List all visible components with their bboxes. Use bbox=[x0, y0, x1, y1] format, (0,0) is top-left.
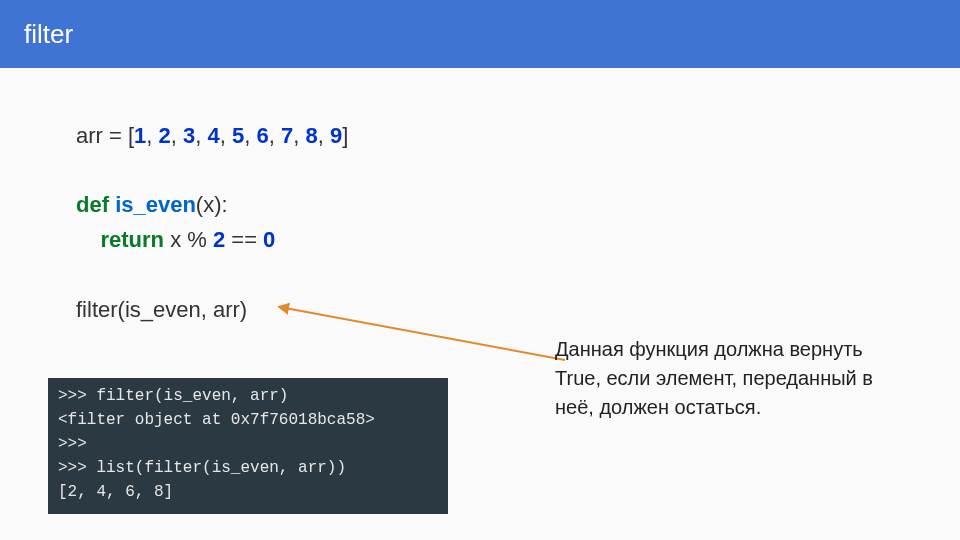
comma: , bbox=[146, 123, 158, 148]
num: 5 bbox=[232, 123, 244, 148]
term-line: [2, 4, 6, 8] bbox=[58, 480, 438, 504]
num: 1 bbox=[134, 123, 146, 148]
op-eqeq: == bbox=[225, 227, 263, 252]
slide-title: filter bbox=[24, 19, 73, 50]
call-fn: filter bbox=[76, 297, 118, 322]
eq: = bbox=[103, 123, 128, 148]
comma: , bbox=[220, 123, 232, 148]
rbracket: ] bbox=[342, 123, 348, 148]
comma: , bbox=[293, 123, 305, 148]
num: 3 bbox=[183, 123, 195, 148]
num: 2 bbox=[159, 123, 171, 148]
comma: , bbox=[195, 123, 207, 148]
term-line: >>> bbox=[58, 432, 438, 456]
var-name: arr bbox=[76, 123, 103, 148]
call-args: (is_even, arr) bbox=[118, 297, 248, 322]
comma: , bbox=[244, 123, 256, 148]
code-line-def: def is_even(x): bbox=[76, 187, 890, 222]
code-block: arr = [1, 2, 3, 4, 5, 6, 7, 8, 9] def is… bbox=[76, 118, 890, 327]
num: 7 bbox=[281, 123, 293, 148]
comma: , bbox=[171, 123, 183, 148]
comma: , bbox=[318, 123, 330, 148]
kw-def: def bbox=[76, 192, 109, 217]
num: 9 bbox=[330, 123, 342, 148]
num: 6 bbox=[257, 123, 269, 148]
num-two: 2 bbox=[213, 227, 225, 252]
expr-body: x % bbox=[164, 227, 213, 252]
slide-header: filter bbox=[0, 0, 960, 68]
terminal-output: >>> filter(is_even, arr) <filter object … bbox=[48, 378, 448, 514]
num: 8 bbox=[305, 123, 317, 148]
func-name: is_even bbox=[115, 192, 196, 217]
comma: , bbox=[269, 123, 281, 148]
term-line: >>> filter(is_even, arr) bbox=[58, 384, 438, 408]
term-line: >>> list(filter(is_even, arr)) bbox=[58, 456, 438, 480]
num-zero: 0 bbox=[263, 227, 275, 252]
code-line-call: filter(is_even, arr) bbox=[76, 292, 890, 327]
code-line-arr: arr = [1, 2, 3, 4, 5, 6, 7, 8, 9] bbox=[76, 118, 890, 153]
func-sig: (x): bbox=[196, 192, 228, 217]
kw-return: return bbox=[100, 227, 164, 252]
annotation-text: Данная функция должна вернуть True, если… bbox=[555, 335, 895, 422]
indent bbox=[76, 227, 100, 252]
slide-content: arr = [1, 2, 3, 4, 5, 6, 7, 8, 9] def is… bbox=[0, 68, 960, 327]
code-line-return: return x % 2 == 0 bbox=[76, 222, 890, 257]
num: 4 bbox=[208, 123, 220, 148]
term-line: <filter object at 0x7f76018bca58> bbox=[58, 408, 438, 432]
